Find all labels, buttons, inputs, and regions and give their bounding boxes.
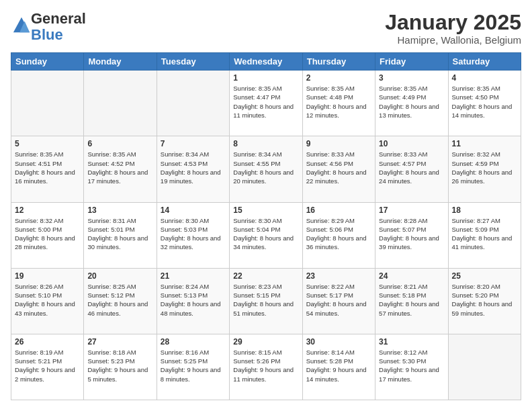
day-number: 6 [87,139,152,148]
day-info: Sunrise: 8:32 AM Sunset: 5:00 PM Dayligh… [15,216,80,252]
calendar-cell: 1Sunrise: 8:35 AM Sunset: 4:47 PM Daylig… [230,71,302,136]
day-number: 16 [306,205,371,215]
calendar-cell: 21Sunrise: 8:24 AM Sunset: 5:13 PM Dayli… [157,268,229,334]
calendar-cell: 15Sunrise: 8:30 AM Sunset: 5:04 PM Dayli… [230,202,302,268]
day-info: Sunrise: 8:34 AM Sunset: 4:55 PM Dayligh… [233,150,298,185]
logo-blue: Blue [31,26,63,43]
calendar-cell [84,71,157,136]
calendar-cell: 14Sunrise: 8:30 AM Sunset: 5:03 PM Dayli… [157,202,229,268]
calendar-cell: 23Sunrise: 8:22 AM Sunset: 5:17 PM Dayli… [302,268,375,334]
day-info: Sunrise: 8:35 AM Sunset: 4:51 PM Dayligh… [15,150,80,185]
calendar-cell: 6Sunrise: 8:35 AM Sunset: 4:52 PM Daylig… [84,136,157,202]
calendar-cell: 10Sunrise: 8:33 AM Sunset: 4:57 PM Dayli… [375,136,448,202]
day-number: 12 [15,205,80,215]
day-number: 23 [306,271,371,281]
calendar-cell: 7Sunrise: 8:34 AM Sunset: 4:53 PM Daylig… [157,136,229,202]
weekday-header-tuesday: Tuesday [157,53,229,71]
calendar-cell: 24Sunrise: 8:21 AM Sunset: 5:18 PM Dayli… [375,268,448,334]
day-info: Sunrise: 8:16 AM Sunset: 5:25 PM Dayligh… [161,348,226,383]
logo-text: General Blue [31,11,86,43]
logo: General Blue [11,11,86,43]
day-number: 26 [15,337,80,347]
day-number: 14 [161,205,226,215]
calendar-cell: 28Sunrise: 8:16 AM Sunset: 5:25 PM Dayli… [157,334,229,400]
weekday-header-row: SundayMondayTuesdayWednesdayThursdayFrid… [11,53,521,71]
location-subtitle: Hamipre, Wallonia, Belgium [385,34,521,46]
day-info: Sunrise: 8:26 AM Sunset: 5:10 PM Dayligh… [15,282,80,318]
day-info: Sunrise: 8:35 AM Sunset: 4:48 PM Dayligh… [306,84,371,120]
calendar-cell: 20Sunrise: 8:25 AM Sunset: 5:12 PM Dayli… [84,268,157,334]
calendar-cell: 29Sunrise: 8:15 AM Sunset: 5:26 PM Dayli… [230,334,302,400]
day-info: Sunrise: 8:30 AM Sunset: 5:03 PM Dayligh… [161,216,226,252]
calendar-week-5: 26Sunrise: 8:19 AM Sunset: 5:21 PM Dayli… [11,334,521,400]
day-number: 17 [379,205,444,215]
calendar-cell: 31Sunrise: 8:12 AM Sunset: 5:30 PM Dayli… [375,334,448,400]
calendar-cell: 26Sunrise: 8:19 AM Sunset: 5:21 PM Dayli… [11,334,84,400]
day-info: Sunrise: 8:15 AM Sunset: 5:26 PM Dayligh… [233,348,298,383]
calendar-cell: 5Sunrise: 8:35 AM Sunset: 4:51 PM Daylig… [11,136,84,202]
weekday-header-monday: Monday [84,53,157,71]
day-info: Sunrise: 8:35 AM Sunset: 4:49 PM Dayligh… [379,84,444,120]
day-info: Sunrise: 8:12 AM Sunset: 5:30 PM Dayligh… [379,348,444,383]
day-number: 29 [233,337,298,347]
day-info: Sunrise: 8:30 AM Sunset: 5:04 PM Dayligh… [233,216,298,252]
calendar-cell: 16Sunrise: 8:29 AM Sunset: 5:06 PM Dayli… [302,202,375,268]
day-info: Sunrise: 8:35 AM Sunset: 4:52 PM Dayligh… [87,150,152,185]
day-info: Sunrise: 8:33 AM Sunset: 4:57 PM Dayligh… [379,150,444,185]
day-number: 20 [87,271,152,281]
calendar-cell: 27Sunrise: 8:18 AM Sunset: 5:23 PM Dayli… [84,334,157,400]
calendar-cell: 11Sunrise: 8:32 AM Sunset: 4:59 PM Dayli… [448,136,521,202]
day-number: 10 [379,139,444,148]
day-number: 22 [233,271,298,281]
weekday-header-wednesday: Wednesday [230,53,302,71]
day-number: 19 [15,271,80,281]
calendar-cell [11,71,84,136]
logo-general: General [31,10,86,27]
day-info: Sunrise: 8:35 AM Sunset: 4:47 PM Dayligh… [233,84,298,120]
day-info: Sunrise: 8:31 AM Sunset: 5:01 PM Dayligh… [87,216,152,252]
day-number: 3 [379,73,444,83]
weekday-header-thursday: Thursday [302,53,375,71]
calendar-cell [157,71,229,136]
day-info: Sunrise: 8:32 AM Sunset: 4:59 PM Dayligh… [452,150,517,185]
day-number: 24 [379,271,444,281]
day-number: 15 [233,205,298,215]
calendar-cell: 19Sunrise: 8:26 AM Sunset: 5:10 PM Dayli… [11,268,84,334]
day-number: 11 [452,139,517,148]
calendar-cell: 9Sunrise: 8:33 AM Sunset: 4:56 PM Daylig… [302,136,375,202]
calendar-table: SundayMondayTuesdayWednesdayThursdayFrid… [11,52,521,400]
calendar-cell: 8Sunrise: 8:34 AM Sunset: 4:55 PM Daylig… [230,136,302,202]
day-number: 5 [15,139,80,148]
day-info: Sunrise: 8:34 AM Sunset: 4:53 PM Dayligh… [161,150,226,185]
calendar-week-1: 1Sunrise: 8:35 AM Sunset: 4:47 PM Daylig… [11,71,521,136]
day-number: 2 [306,73,371,83]
calendar-cell [448,334,521,400]
day-number: 25 [452,271,517,281]
day-info: Sunrise: 8:33 AM Sunset: 4:56 PM Dayligh… [306,150,371,185]
day-info: Sunrise: 8:25 AM Sunset: 5:12 PM Dayligh… [87,282,152,318]
weekday-header-saturday: Saturday [448,53,521,71]
page: General Blue January 2025 Hamipre, Wallo… [0,0,532,411]
day-number: 30 [306,337,371,347]
weekday-header-sunday: Sunday [11,53,84,71]
weekday-header-friday: Friday [375,53,448,71]
day-info: Sunrise: 8:18 AM Sunset: 5:23 PM Dayligh… [87,348,152,383]
month-title: January 2025 [385,11,521,34]
day-info: Sunrise: 8:24 AM Sunset: 5:13 PM Dayligh… [161,282,226,318]
calendar-week-4: 19Sunrise: 8:26 AM Sunset: 5:10 PM Dayli… [11,268,521,334]
day-number: 9 [306,139,371,148]
day-number: 21 [161,271,226,281]
day-info: Sunrise: 8:35 AM Sunset: 4:50 PM Dayligh… [452,84,517,120]
day-info: Sunrise: 8:29 AM Sunset: 5:06 PM Dayligh… [306,216,371,252]
calendar-cell: 13Sunrise: 8:31 AM Sunset: 5:01 PM Dayli… [84,202,157,268]
title-block: January 2025 Hamipre, Wallonia, Belgium [385,11,521,46]
day-info: Sunrise: 8:19 AM Sunset: 5:21 PM Dayligh… [15,348,80,383]
day-number: 31 [379,337,444,347]
day-info: Sunrise: 8:20 AM Sunset: 5:20 PM Dayligh… [452,282,517,318]
day-number: 13 [87,205,152,215]
day-info: Sunrise: 8:21 AM Sunset: 5:18 PM Dayligh… [379,282,444,318]
calendar-cell: 30Sunrise: 8:14 AM Sunset: 5:28 PM Dayli… [302,334,375,400]
calendar-week-2: 5Sunrise: 8:35 AM Sunset: 4:51 PM Daylig… [11,136,521,202]
day-info: Sunrise: 8:23 AM Sunset: 5:15 PM Dayligh… [233,282,298,318]
calendar-cell: 4Sunrise: 8:35 AM Sunset: 4:50 PM Daylig… [448,71,521,136]
